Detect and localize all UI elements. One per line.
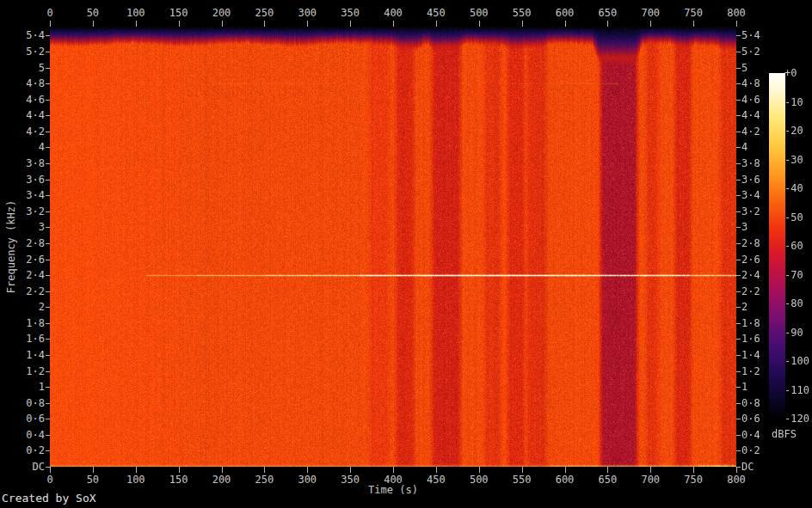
- y-tick-mark: [736, 291, 741, 292]
- x-tick-mark: [93, 467, 94, 473]
- y-tick-mark: [736, 387, 741, 388]
- x-tick-label: 250: [245, 7, 283, 19]
- colorbar-tick-label: +0: [784, 67, 812, 79]
- y-tick-label: 5·4: [741, 29, 786, 41]
- x-tick-mark: [650, 467, 651, 473]
- y-tick-label: 5·2: [0, 46, 45, 58]
- y-tick-mark: [46, 68, 50, 69]
- x-tick-mark: [136, 21, 137, 27]
- x-tick-label: 400: [374, 7, 412, 19]
- x-tick-label: 200: [203, 7, 241, 19]
- x-tick-mark: [479, 21, 480, 27]
- y-tick-label: DC: [0, 461, 45, 473]
- y-tick-label: 4·4: [0, 109, 45, 121]
- colorbar-tick-label: -20: [784, 125, 812, 137]
- x-tick-label: 500: [460, 7, 498, 19]
- y-tick-mark: [736, 275, 741, 276]
- y-tick-mark: [736, 435, 741, 436]
- y-tick-label: 3·2: [741, 205, 786, 217]
- y-tick-mark: [46, 419, 50, 419]
- y-tick-label: 4·2: [741, 125, 786, 138]
- y-tick-mark: [736, 260, 741, 260]
- x-tick-label: 450: [417, 7, 455, 19]
- x-tick-mark: [393, 21, 394, 27]
- y-tick-label: 3·8: [741, 157, 786, 169]
- y-tick-mark: [736, 115, 741, 116]
- y-tick-label: 4·8: [0, 77, 45, 89]
- y-tick-mark: [736, 307, 741, 308]
- y-tick-label: 4: [0, 141, 45, 153]
- colorbar-tick-label: -70: [784, 269, 812, 281]
- y-tick-label: 1·6: [0, 333, 45, 345]
- x-tick-mark: [522, 467, 523, 473]
- y-tick-mark: [736, 83, 741, 84]
- y-tick-mark: [736, 68, 741, 69]
- colorbar-tick-label: -80: [784, 297, 812, 309]
- y-tick-mark: [736, 132, 741, 132]
- y-tick-mark: [736, 371, 741, 372]
- x-tick-label: 300: [288, 7, 326, 19]
- y-tick-label: 0·6: [0, 413, 45, 425]
- y-tick-mark: [46, 387, 50, 388]
- x-tick-label: 100: [117, 7, 155, 19]
- y-tick-label: 2: [0, 301, 45, 313]
- colorbar-unit-label: dBFS: [772, 428, 797, 440]
- y-tick-mark: [46, 180, 50, 181]
- colorbar-tick-label: -30: [784, 154, 812, 166]
- spectrogram-window: 0501001502002503003504004505005506006507…: [0, 0, 812, 508]
- y-tick-mark: [46, 163, 50, 164]
- y-tick-label: 0·8: [741, 397, 786, 409]
- x-tick-mark: [350, 467, 351, 473]
- colorbar-tick-label: -50: [784, 211, 812, 223]
- y-tick-mark: [46, 195, 50, 196]
- y-tick-mark: [46, 35, 50, 36]
- x-tick-mark: [222, 467, 223, 473]
- x-tick-mark: [307, 21, 308, 27]
- y-tick-mark: [736, 35, 741, 36]
- y-tick-label: 1: [0, 381, 45, 393]
- x-tick-mark: [222, 21, 223, 27]
- x-tick-mark: [264, 467, 265, 473]
- y-tick-mark: [46, 211, 50, 212]
- x-tick-label: 350: [331, 7, 369, 19]
- y-tick-mark: [46, 227, 50, 228]
- y-tick-mark: [736, 403, 741, 404]
- y-tick-mark: [46, 83, 50, 84]
- y-tick-label: 4: [741, 141, 786, 153]
- footer-credit: Created by SoX: [2, 492, 96, 505]
- y-tick-label: 1·2: [741, 365, 786, 377]
- x-tick-label: 650: [588, 7, 626, 19]
- x-tick-mark: [50, 467, 51, 473]
- x-tick-label: 150: [160, 7, 198, 19]
- y-tick-label: 3: [741, 221, 786, 233]
- x-tick-mark: [436, 467, 437, 473]
- y-tick-label: 2·4: [741, 269, 786, 281]
- y-tick-label: 3·6: [741, 174, 786, 186]
- y-tick-mark: [736, 52, 741, 52]
- y-tick-label: 5·4: [0, 29, 45, 41]
- y-tick-mark: [46, 132, 50, 132]
- y-tick-label: 2·8: [741, 237, 786, 249]
- x-tick-mark: [693, 467, 694, 473]
- x-tick-mark: [50, 21, 51, 27]
- y-tick-mark: [736, 419, 741, 419]
- y-tick-label: 4·6: [741, 94, 786, 106]
- x-tick-label: 50: [74, 7, 112, 19]
- x-tick-mark: [179, 21, 180, 27]
- y-tick-label: 1·6: [741, 333, 786, 345]
- y-tick-label: 0·8: [0, 397, 45, 409]
- y-tick-mark: [736, 339, 741, 340]
- y-tick-label: 2·2: [741, 285, 786, 297]
- y-tick-label: 0·6: [741, 413, 786, 425]
- y-tick-mark: [46, 260, 50, 260]
- y-tick-mark: [736, 147, 741, 148]
- y-tick-mark: [736, 467, 741, 468]
- colorbar-tick-label: -110: [784, 384, 812, 396]
- y-tick-label: 0·4: [0, 429, 45, 441]
- y-tick-mark: [736, 243, 741, 244]
- y-tick-label: 1·4: [0, 349, 45, 361]
- x-tick-mark: [607, 21, 608, 27]
- y-tick-label: 3·8: [0, 157, 45, 169]
- x-tick-mark: [436, 21, 437, 27]
- x-tick-mark: [565, 21, 566, 27]
